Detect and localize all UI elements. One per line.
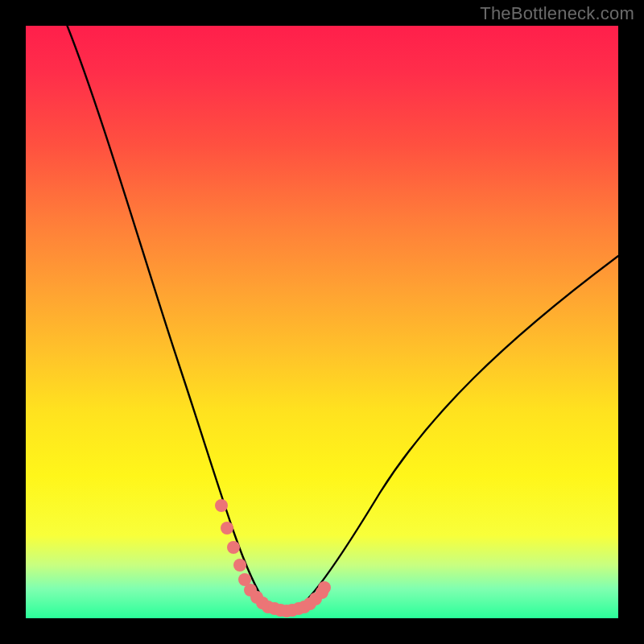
chart-svg xyxy=(26,26,618,618)
marker-dot xyxy=(215,499,228,512)
marker-dot xyxy=(221,522,233,535)
curve-group xyxy=(68,26,618,611)
marker-group xyxy=(215,499,331,617)
curve-right-branch xyxy=(292,256,618,611)
marker-dot xyxy=(233,559,246,572)
curve-left-branch xyxy=(68,26,281,611)
plot-area xyxy=(26,26,618,618)
marker-dot xyxy=(318,581,331,594)
chart-frame: TheBottleneck.com xyxy=(0,0,644,644)
watermark-text: TheBottleneck.com xyxy=(480,3,634,24)
marker-dot xyxy=(227,541,240,554)
